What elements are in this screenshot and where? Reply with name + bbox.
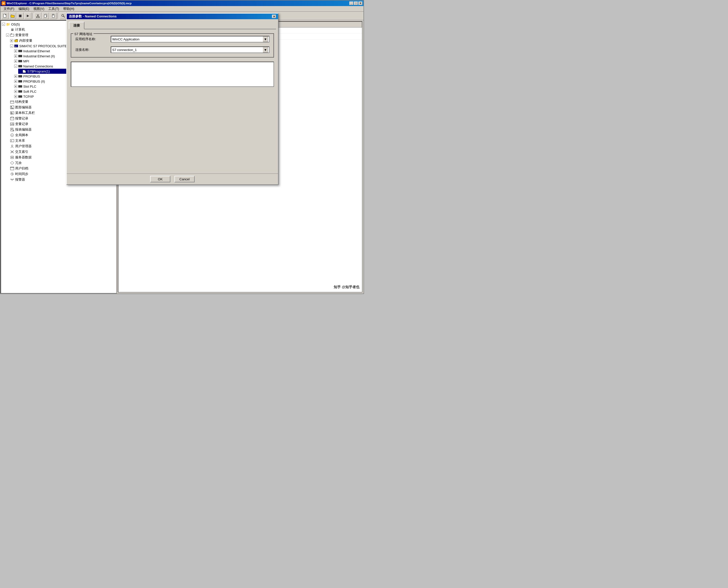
label-user-mgr: 用户管理器 bbox=[15, 144, 32, 148]
icon-slot-plc bbox=[18, 84, 22, 88]
svg-rect-8 bbox=[44, 15, 46, 17]
menu-tools[interactable]: 工具(T) bbox=[46, 6, 61, 12]
svg-rect-53 bbox=[11, 112, 12, 113]
icon-server-data bbox=[10, 155, 14, 160]
label-redundancy: 冗余 bbox=[15, 161, 22, 165]
svg-rect-1 bbox=[19, 15, 21, 17]
svg-marker-32 bbox=[15, 39, 18, 40]
expand-ind-eth2[interactable]: + bbox=[14, 55, 17, 58]
label-scripts: 全局脚本 bbox=[15, 133, 28, 138]
expand-placeholder-var-log bbox=[6, 123, 9, 126]
expand-named-conn[interactable]: - bbox=[14, 65, 17, 68]
label-menus: 菜单和工具栏 bbox=[15, 111, 35, 115]
svg-rect-77 bbox=[11, 158, 14, 159]
app-name-value: WinCC Application bbox=[112, 37, 263, 41]
dialog-body: S7 网络地址 应用程序名称: WinCC Application ▼ 连接名称… bbox=[67, 29, 278, 95]
minimize-button[interactable]: _ bbox=[349, 1, 353, 5]
expand-soft-plc[interactable]: + bbox=[14, 90, 17, 93]
ok-button[interactable]: OK bbox=[150, 176, 170, 182]
expand-placeholder-server-data bbox=[6, 156, 9, 159]
expand-internal-var[interactable]: + bbox=[10, 39, 13, 42]
stop-button[interactable] bbox=[17, 13, 24, 19]
expand-var-mgr[interactable]: - bbox=[6, 34, 9, 37]
icon-tcpip bbox=[18, 94, 22, 99]
svg-point-73 bbox=[12, 145, 13, 147]
svg-line-12 bbox=[63, 16, 65, 17]
toolbar-sep-2 bbox=[58, 13, 59, 19]
cancel-button[interactable]: Cancel bbox=[175, 176, 195, 182]
svg-rect-38 bbox=[18, 65, 22, 67]
cut-button[interactable] bbox=[34, 13, 41, 19]
app-name-row: 应用程序名称: WinCC Application ▼ bbox=[75, 36, 269, 42]
group-title: S7 网络地址 bbox=[73, 32, 94, 36]
label-mpi: MPI bbox=[23, 59, 29, 63]
svg-rect-76 bbox=[11, 156, 14, 157]
dialog-close-button[interactable]: ✕ bbox=[272, 15, 276, 18]
svg-text:A: A bbox=[11, 140, 13, 142]
expand-profibus[interactable]: + bbox=[14, 75, 17, 78]
svg-rect-37 bbox=[18, 60, 22, 62]
app-icon: W bbox=[1, 1, 5, 5]
paste-button[interactable] bbox=[49, 13, 57, 19]
dialog-tab-connection[interactable]: 连接 bbox=[69, 22, 84, 29]
svg-rect-42 bbox=[18, 75, 22, 77]
icon-cross-ref bbox=[10, 150, 14, 154]
svg-rect-44 bbox=[18, 85, 22, 87]
expand-os5[interactable]: - bbox=[2, 23, 5, 26]
label-cross-ref: 交叉索引 bbox=[15, 149, 28, 154]
icon-internal-var bbox=[14, 39, 18, 43]
expand-slot-plc[interactable]: + bbox=[14, 85, 17, 88]
label-user-archive: 用户归档 bbox=[15, 166, 28, 171]
new-button[interactable] bbox=[1, 13, 8, 19]
window-title: WinCCExplorer - C:\Program Files\Siemens… bbox=[6, 2, 132, 5]
icon-profibus2 bbox=[18, 79, 22, 83]
label-s7prog: S7$Program(1) bbox=[27, 69, 50, 73]
expand-profibus2[interactable]: + bbox=[14, 80, 17, 83]
expand-placeholder-menus bbox=[6, 111, 9, 114]
expand-simatic[interactable]: - bbox=[10, 44, 13, 47]
open-button[interactable] bbox=[9, 13, 16, 19]
icon-ind-eth2 bbox=[18, 54, 22, 58]
icon-soft-plc bbox=[18, 89, 22, 93]
expand-tcpip[interactable]: + bbox=[14, 95, 17, 98]
dialog-tabs: 连接 bbox=[69, 21, 276, 29]
menu-view[interactable]: 视图(V) bbox=[31, 6, 46, 12]
expand-placeholder-reports bbox=[6, 128, 9, 131]
icon-alarms: ! bbox=[10, 117, 14, 121]
icon-var-log bbox=[10, 122, 14, 126]
expand-placeholder-redundancy bbox=[6, 162, 9, 164]
app-name-label: 应用程序名称: bbox=[75, 37, 111, 41]
expand-placeholder-user-mgr bbox=[6, 145, 9, 148]
dialog-title-text: 连接参数 - Named Connections bbox=[69, 14, 117, 19]
icon-struct-var bbox=[10, 100, 14, 104]
menu-help[interactable]: 帮助(H) bbox=[61, 6, 76, 12]
app-name-dropdown-arrow[interactable]: ▼ bbox=[263, 36, 268, 42]
svg-point-5 bbox=[36, 17, 37, 18]
icon-graphics bbox=[10, 105, 14, 109]
svg-rect-45 bbox=[18, 90, 22, 92]
search-button[interactable] bbox=[60, 13, 67, 19]
expand-placeholder-alarms bbox=[6, 117, 9, 120]
icon-computer: 🖥 bbox=[10, 27, 14, 31]
copy-button[interactable] bbox=[42, 13, 49, 19]
label-profibus: PROFIBUS bbox=[23, 75, 40, 78]
svg-text:S7: S7 bbox=[15, 45, 17, 47]
label-var-log: 变量记录 bbox=[15, 122, 28, 126]
maximize-button[interactable]: □ bbox=[354, 1, 358, 5]
expand-placeholder-s7prog bbox=[18, 70, 21, 73]
expand-mpi[interactable]: + bbox=[14, 60, 17, 63]
close-button[interactable]: ✕ bbox=[359, 1, 363, 5]
label-reports: 报表编辑器 bbox=[15, 127, 32, 132]
svg-rect-79 bbox=[11, 167, 14, 168]
expand-placeholder-user-archive bbox=[6, 167, 9, 170]
expand-placeholder-textlib bbox=[6, 139, 9, 142]
menu-edit[interactable]: 编辑(E) bbox=[16, 6, 31, 12]
menu-file[interactable]: 文件(F) bbox=[1, 6, 16, 12]
expand-placeholder-struct bbox=[6, 100, 9, 103]
conn-name-row: 连接名称: S7 connection_1 ▼ bbox=[75, 46, 269, 53]
notes-area[interactable] bbox=[71, 62, 274, 87]
expand-ind-eth[interactable]: + bbox=[14, 49, 17, 52]
title-bar-buttons: _ □ ✕ bbox=[349, 1, 363, 5]
conn-name-dropdown-arrow[interactable]: ▼ bbox=[263, 47, 268, 52]
play-button[interactable] bbox=[24, 13, 31, 19]
